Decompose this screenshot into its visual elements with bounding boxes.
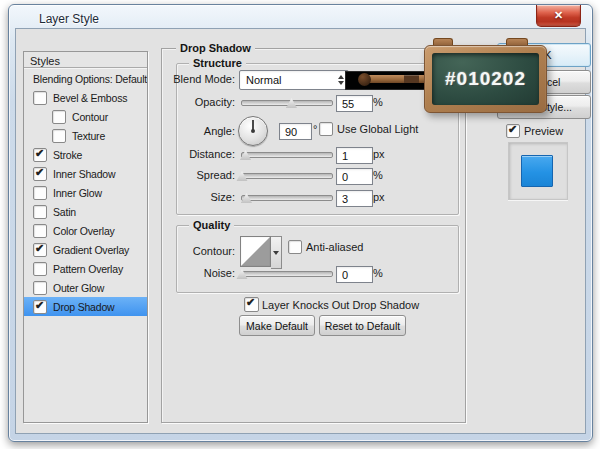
opacity-slider[interactable]: [241, 100, 333, 106]
sidebar-item-blending-options-default[interactable]: Blending Options: Default: [24, 69, 147, 88]
angle-unit: °: [313, 123, 317, 135]
angle-input[interactable]: [279, 123, 312, 140]
distance-input[interactable]: [336, 147, 373, 164]
sidebar-item-color-overlay[interactable]: Color Overlay: [24, 221, 147, 240]
distance-slider-thumb[interactable]: [240, 150, 251, 160]
spread-unit: %: [373, 169, 383, 181]
ok-button[interactable]: OK: [497, 43, 591, 67]
sidebar-item-gradient-overlay[interactable]: Gradient Overlay: [24, 240, 147, 259]
quality-group: Quality Contour: Anti-aliased Noise: %: [176, 225, 459, 293]
blend-mode-label: Blend Mode:: [169, 73, 235, 85]
sidebar-item-bevel-emboss[interactable]: Bevel & Emboss: [24, 88, 147, 107]
spread-slider-thumb[interactable]: [237, 171, 248, 181]
opacity-label: Opacity:: [169, 96, 235, 108]
size-label: Size:: [169, 191, 235, 203]
sidebar-item-texture[interactable]: Texture: [24, 126, 147, 145]
distance-unit: px: [373, 148, 385, 160]
anti-aliased-label: Anti-aliased: [306, 241, 363, 253]
structure-group: Structure Blend Mode: Normal Opacity: %: [176, 63, 459, 215]
style-checkbox[interactable]: [33, 262, 47, 276]
contour-picker[interactable]: [240, 236, 271, 267]
blend-mode-dropdown[interactable]: Normal: [239, 70, 349, 90]
style-checkbox[interactable]: [33, 186, 47, 200]
cancel-button[interactable]: Cancel: [497, 70, 591, 94]
style-checkbox[interactable]: [33, 281, 47, 295]
screenshot-canvas: Layer Style ✕ Styles Blending Options: D…: [0, 0, 600, 449]
sidebar-item-label: Texture: [72, 130, 105, 142]
layer-knocks-out-checkbox[interactable]: [244, 297, 259, 312]
angle-dial[interactable]: [238, 116, 268, 146]
blend-mode-value: Normal: [246, 74, 281, 86]
spread-label: Spread:: [169, 169, 235, 181]
size-input[interactable]: [336, 190, 373, 207]
preview-swatch-well: [508, 142, 568, 200]
size-slider[interactable]: [241, 195, 333, 201]
noise-input[interactable]: [336, 266, 373, 283]
use-global-light-label: Use Global Light: [337, 123, 418, 135]
noise-label: Noise:: [169, 267, 235, 279]
sidebar-item-drop-shadow[interactable]: Drop Shadow: [24, 297, 147, 316]
preview-label: Preview: [524, 125, 563, 137]
distance-slider[interactable]: [241, 152, 333, 158]
sidebar-item-outer-glow[interactable]: Outer Glow: [24, 278, 147, 297]
size-slider-thumb[interactable]: [241, 193, 252, 203]
sidebar-item-stroke[interactable]: Stroke: [24, 145, 147, 164]
styles-list: Blending Options: DefaultBevel & EmbossC…: [24, 69, 147, 316]
close-icon: ✕: [554, 10, 563, 21]
style-checkbox[interactable]: [33, 148, 47, 162]
sidebar-item-inner-glow[interactable]: Inner Glow: [24, 183, 147, 202]
layer-preview-swatch: [521, 155, 553, 187]
opacity-slider-thumb[interactable]: [286, 98, 297, 108]
sidebar-item-label: Blending Options: Default: [33, 73, 147, 85]
style-checkbox[interactable]: [33, 300, 47, 314]
sidebar-item-label: Drop Shadow: [53, 301, 114, 313]
shadow-color-swatch[interactable]: [345, 71, 432, 90]
preview-checkbox[interactable]: [506, 124, 520, 138]
sidebar-item-pattern-overlay[interactable]: Pattern Overlay: [24, 259, 147, 278]
window-title: Layer Style: [39, 12, 99, 26]
noise-slider[interactable]: [241, 271, 333, 277]
sidebar-item-label: Gradient Overlay: [53, 244, 129, 256]
sidebar-item-contour[interactable]: Contour: [24, 107, 147, 126]
sidebar-item-label: Color Overlay: [53, 225, 115, 237]
styles-header: Styles: [30, 55, 60, 67]
structure-group-label: Structure: [189, 57, 246, 69]
angle-label: Angle:: [169, 125, 235, 137]
dropdown-spinner-icon: [338, 75, 344, 85]
sidebar-item-label: Outer Glow: [53, 282, 104, 294]
angle-dial-center: [251, 129, 255, 133]
style-checkbox[interactable]: [33, 243, 47, 257]
sidebar-item-label: Inner Glow: [53, 187, 102, 199]
style-checkbox[interactable]: [52, 129, 66, 143]
sidebar-item-label: Bevel & Emboss: [53, 92, 127, 104]
sidebar-item-inner-shadow[interactable]: Inner Shadow: [24, 164, 147, 183]
style-checkbox[interactable]: [33, 224, 47, 238]
dialog-client-area: Styles Blending Options: DefaultBevel & …: [15, 28, 586, 434]
sidebar-item-label: Contour: [72, 111, 108, 123]
style-checkbox[interactable]: [33, 205, 47, 219]
opacity-unit: %: [373, 96, 383, 108]
reset-to-default-button[interactable]: Reset to Default: [319, 315, 406, 336]
new-style-button[interactable]: New Style...: [497, 95, 591, 119]
styles-separator: [24, 67, 147, 68]
opacity-input[interactable]: [336, 95, 373, 112]
quality-group-label: Quality: [189, 219, 234, 231]
use-global-light-checkbox[interactable]: [319, 122, 333, 136]
layer-style-dialog: Layer Style ✕ Styles Blending Options: D…: [8, 4, 593, 442]
contour-label: Contour:: [169, 245, 235, 257]
style-checkbox[interactable]: [52, 110, 66, 124]
close-button[interactable]: ✕: [536, 5, 581, 27]
style-checkbox[interactable]: [33, 91, 47, 105]
sidebar-item-label: Satin: [53, 206, 76, 218]
layer-knocks-out-label: Layer Knocks Out Drop Shadow: [262, 299, 419, 311]
spread-slider[interactable]: [241, 173, 333, 179]
sidebar-item-satin[interactable]: Satin: [24, 202, 147, 221]
noise-slider-thumb[interactable]: [237, 269, 248, 279]
spread-input[interactable]: [336, 168, 373, 185]
make-default-button[interactable]: Make Default: [239, 315, 315, 336]
contour-dropdown-arrow[interactable]: [271, 236, 282, 269]
styles-sidebar: Styles Blending Options: DefaultBevel & …: [23, 51, 148, 423]
style-checkbox[interactable]: [33, 167, 47, 181]
anti-aliased-checkbox[interactable]: [288, 240, 302, 254]
noise-unit: %: [373, 267, 383, 279]
